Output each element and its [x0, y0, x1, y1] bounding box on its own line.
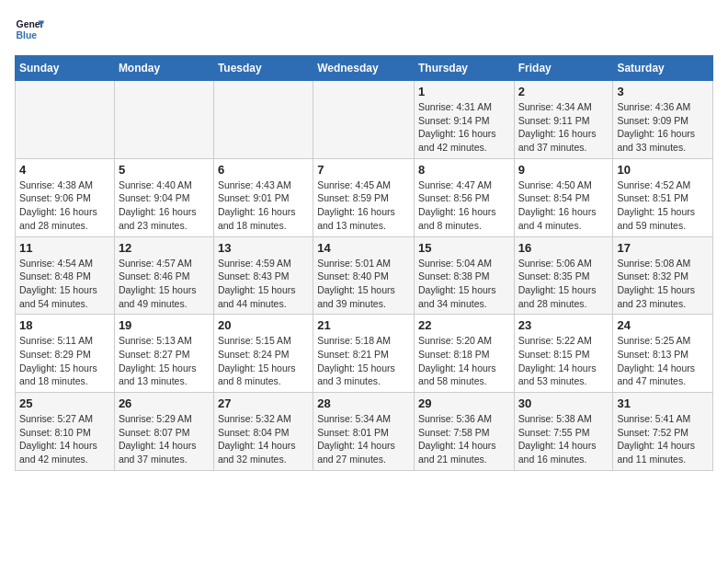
day-number: 10 [617, 163, 709, 177]
day-cell: 18Sunrise: 5:11 AM Sunset: 8:29 PM Dayli… [16, 315, 115, 393]
day-cell: 3Sunrise: 4:36 AM Sunset: 9:09 PM Daylig… [613, 81, 713, 159]
header-wednesday: Wednesday [313, 56, 415, 81]
day-cell: 11Sunrise: 4:54 AM Sunset: 8:48 PM Dayli… [16, 236, 115, 315]
day-number: 25 [19, 396, 110, 410]
day-number: 1 [418, 85, 510, 98]
day-cell: 27Sunrise: 5:32 AM Sunset: 8:04 PM Dayli… [213, 393, 313, 471]
day-cell: 21Sunrise: 5:18 AM Sunset: 8:21 PM Dayli… [313, 315, 415, 393]
day-number: 13 [218, 241, 309, 255]
header-friday: Friday [514, 56, 613, 81]
day-info: Sunrise: 4:54 AM Sunset: 8:48 PM Dayligh… [19, 257, 110, 311]
day-info: Sunrise: 5:25 AM Sunset: 8:13 PM Dayligh… [617, 334, 709, 388]
day-number: 14 [317, 241, 410, 255]
header-monday: Monday [114, 56, 213, 81]
day-number: 8 [418, 163, 510, 177]
day-cell: 2Sunrise: 4:34 AM Sunset: 9:11 PM Daylig… [514, 81, 613, 159]
week-row-3: 11Sunrise: 4:54 AM Sunset: 8:48 PM Dayli… [16, 236, 713, 315]
day-info: Sunrise: 4:31 AM Sunset: 9:14 PM Dayligh… [418, 100, 510, 155]
day-cell: 1Sunrise: 4:31 AM Sunset: 9:14 PM Daylig… [414, 81, 514, 159]
day-cell: 13Sunrise: 4:59 AM Sunset: 8:43 PM Dayli… [213, 236, 313, 315]
day-cell: 19Sunrise: 5:13 AM Sunset: 8:27 PM Dayli… [114, 315, 213, 393]
week-row-2: 4Sunrise: 4:38 AM Sunset: 9:06 PM Daylig… [16, 158, 713, 236]
day-number: 29 [418, 396, 510, 410]
day-info: Sunrise: 5:15 AM Sunset: 8:24 PM Dayligh… [218, 334, 309, 388]
day-number: 31 [617, 396, 709, 410]
day-info: Sunrise: 4:47 AM Sunset: 8:56 PM Dayligh… [418, 178, 510, 233]
day-info: Sunrise: 5:20 AM Sunset: 8:18 PM Dayligh… [418, 334, 510, 388]
day-number: 23 [518, 318, 609, 332]
logo: General Blue [15, 15, 44, 44]
day-info: Sunrise: 4:45 AM Sunset: 8:59 PM Dayligh… [317, 178, 410, 233]
day-number: 15 [418, 241, 510, 255]
day-number: 12 [119, 241, 210, 255]
day-number: 4 [19, 163, 110, 177]
day-cell: 15Sunrise: 5:04 AM Sunset: 8:38 PM Dayli… [414, 236, 514, 315]
day-number: 21 [317, 318, 410, 332]
day-info: Sunrise: 5:27 AM Sunset: 8:10 PM Dayligh… [19, 412, 110, 466]
day-info: Sunrise: 5:22 AM Sunset: 8:15 PM Dayligh… [518, 334, 609, 388]
day-info: Sunrise: 5:01 AM Sunset: 8:40 PM Dayligh… [317, 257, 410, 311]
day-cell: 26Sunrise: 5:29 AM Sunset: 8:07 PM Dayli… [114, 393, 213, 471]
day-info: Sunrise: 4:59 AM Sunset: 8:43 PM Dayligh… [218, 257, 309, 311]
day-info: Sunrise: 5:13 AM Sunset: 8:27 PM Dayligh… [119, 334, 210, 388]
day-cell: 14Sunrise: 5:01 AM Sunset: 8:40 PM Dayli… [313, 236, 415, 315]
day-cell: 10Sunrise: 4:52 AM Sunset: 8:51 PM Dayli… [613, 158, 713, 236]
day-cell: 16Sunrise: 5:06 AM Sunset: 8:35 PM Dayli… [514, 236, 613, 315]
day-cell: 8Sunrise: 4:47 AM Sunset: 8:56 PM Daylig… [414, 158, 514, 236]
day-info: Sunrise: 5:04 AM Sunset: 8:38 PM Dayligh… [418, 257, 510, 311]
day-cell: 29Sunrise: 5:36 AM Sunset: 7:58 PM Dayli… [414, 393, 514, 471]
day-number: 7 [317, 163, 410, 177]
day-cell: 20Sunrise: 5:15 AM Sunset: 8:24 PM Dayli… [213, 315, 313, 393]
day-number: 16 [518, 241, 609, 255]
day-info: Sunrise: 5:41 AM Sunset: 7:52 PM Dayligh… [617, 412, 709, 466]
day-info: Sunrise: 5:38 AM Sunset: 7:55 PM Dayligh… [518, 412, 609, 466]
svg-text:Blue: Blue [17, 30, 38, 40]
day-info: Sunrise: 5:36 AM Sunset: 7:58 PM Dayligh… [418, 412, 510, 466]
day-info: Sunrise: 5:34 AM Sunset: 8:01 PM Dayligh… [317, 412, 410, 466]
day-info: Sunrise: 5:29 AM Sunset: 8:07 PM Dayligh… [119, 412, 210, 466]
day-number: 5 [119, 163, 210, 177]
week-row-5: 25Sunrise: 5:27 AM Sunset: 8:10 PM Dayli… [16, 393, 713, 471]
day-number: 18 [19, 318, 110, 332]
day-number: 22 [418, 318, 510, 332]
day-info: Sunrise: 5:18 AM Sunset: 8:21 PM Dayligh… [317, 334, 410, 388]
day-number: 2 [518, 85, 609, 98]
day-number: 26 [119, 396, 210, 410]
day-cell: 22Sunrise: 5:20 AM Sunset: 8:18 PM Dayli… [414, 315, 514, 393]
header-saturday: Saturday [613, 56, 713, 81]
day-number: 20 [218, 318, 309, 332]
header-thursday: Thursday [414, 56, 514, 81]
day-info: Sunrise: 4:43 AM Sunset: 9:01 PM Dayligh… [218, 178, 309, 233]
day-cell: 7Sunrise: 4:45 AM Sunset: 8:59 PM Daylig… [313, 158, 415, 236]
day-cell: 12Sunrise: 4:57 AM Sunset: 8:46 PM Dayli… [114, 236, 213, 315]
day-number: 6 [218, 163, 309, 177]
day-cell: 23Sunrise: 5:22 AM Sunset: 8:15 PM Dayli… [514, 315, 613, 393]
week-row-1: 1Sunrise: 4:31 AM Sunset: 9:14 PM Daylig… [16, 81, 713, 159]
day-number: 17 [617, 241, 709, 255]
day-number: 3 [617, 85, 709, 98]
day-cell: 28Sunrise: 5:34 AM Sunset: 8:01 PM Dayli… [313, 393, 415, 471]
day-info: Sunrise: 4:34 AM Sunset: 9:11 PM Dayligh… [518, 100, 609, 155]
day-info: Sunrise: 4:40 AM Sunset: 9:04 PM Dayligh… [119, 178, 210, 233]
day-info: Sunrise: 4:38 AM Sunset: 9:06 PM Dayligh… [19, 178, 110, 233]
day-cell [313, 81, 415, 159]
calendar-header-row: SundayMondayTuesdayWednesdayThursdayFrid… [16, 56, 713, 81]
day-info: Sunrise: 4:52 AM Sunset: 8:51 PM Dayligh… [617, 178, 709, 233]
calendar-table: SundayMondayTuesdayWednesdayThursdayFrid… [15, 55, 713, 471]
header-tuesday: Tuesday [213, 56, 313, 81]
day-number: 24 [617, 318, 709, 332]
page-header: General Blue [15, 15, 713, 44]
day-number: 19 [119, 318, 210, 332]
day-info: Sunrise: 5:32 AM Sunset: 8:04 PM Dayligh… [218, 412, 309, 466]
day-number: 11 [19, 241, 110, 255]
day-cell: 30Sunrise: 5:38 AM Sunset: 7:55 PM Dayli… [514, 393, 613, 471]
day-number: 30 [518, 396, 609, 410]
day-number: 28 [317, 396, 410, 410]
day-cell: 4Sunrise: 4:38 AM Sunset: 9:06 PM Daylig… [16, 158, 115, 236]
day-info: Sunrise: 5:08 AM Sunset: 8:32 PM Dayligh… [617, 257, 709, 311]
day-info: Sunrise: 4:50 AM Sunset: 8:54 PM Dayligh… [518, 178, 609, 233]
day-info: Sunrise: 4:57 AM Sunset: 8:46 PM Dayligh… [119, 257, 210, 311]
day-number: 9 [518, 163, 609, 177]
day-info: Sunrise: 5:11 AM Sunset: 8:29 PM Dayligh… [19, 334, 110, 388]
day-number: 27 [218, 396, 309, 410]
